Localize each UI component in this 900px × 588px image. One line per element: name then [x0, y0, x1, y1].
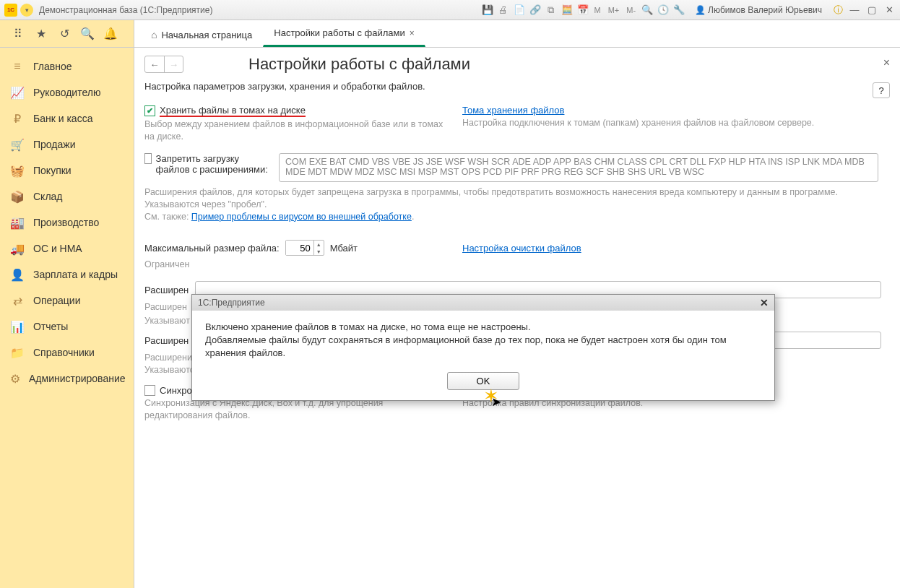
- sidebar-item-admin[interactable]: ⚙Администрирование: [0, 366, 134, 392]
- m-minus-button[interactable]: M-: [625, 6, 637, 14]
- sidebar-item-catalogs[interactable]: 📁Справочники: [0, 340, 134, 366]
- page-intro: Настройка параметров загрузки, хранения …: [144, 81, 890, 92]
- help-button[interactable]: ?: [873, 82, 890, 98]
- nav-buttons: ← →: [144, 56, 183, 73]
- store-in-volumes-checkbox[interactable]: ✔: [144, 105, 155, 116]
- dialog-title-text: 1С:Предприятие: [198, 298, 760, 308]
- bell-icon[interactable]: 🔔: [104, 27, 117, 40]
- spin-up-icon[interactable]: ▲: [314, 241, 324, 248]
- calculator-icon[interactable]: 🧮: [561, 4, 573, 16]
- page-title: Настройки работы с файлами: [248, 55, 470, 74]
- store-in-volumes-label[interactable]: Хранить файлы в томах на диске: [160, 105, 306, 116]
- left-tool-icons: ⠿ ★ ↺ 🔍 🔔: [0, 20, 134, 47]
- factory-icon: 🏭: [10, 216, 25, 229]
- max-size-unit: Мбайт: [330, 243, 358, 254]
- sidebar-item-reports[interactable]: 📊Отчеты: [0, 314, 134, 340]
- ext-label-1: Расширен: [144, 285, 189, 295]
- nav-back-button[interactable]: ←: [145, 56, 164, 72]
- print-icon[interactable]: 🖨: [498, 4, 509, 16]
- m-plus-button[interactable]: M+: [607, 6, 621, 14]
- window-title: Демонстрационная база (1С:Предприятие): [39, 5, 482, 15]
- home-icon: ⌂: [151, 29, 157, 40]
- dialog-titlebar: 1С:Предприятие ✕: [192, 295, 774, 311]
- ruble-icon: ₽: [10, 112, 25, 125]
- chart-line-icon: 📈: [10, 86, 25, 99]
- sidebar-item-sales[interactable]: 🛒Продажи: [0, 131, 134, 157]
- gear-icon: ⚙: [10, 372, 20, 385]
- nav-forward-button[interactable]: →: [164, 56, 183, 72]
- spin-down-icon[interactable]: ▼: [314, 248, 324, 255]
- tab-file-settings[interactable]: Настройки работы с файлами ×: [263, 21, 425, 47]
- calendar-icon[interactable]: 📅: [577, 4, 589, 16]
- star-icon[interactable]: ★: [35, 27, 48, 40]
- max-size-label: Максимальный размер файла:: [144, 243, 280, 254]
- store-in-volumes-hint: Выбор между хранением файлов в информаци…: [144, 118, 448, 143]
- cleanup-link[interactable]: Настройка очистки файлов: [462, 243, 581, 254]
- clock-icon[interactable]: 🕓: [657, 4, 669, 16]
- sidebar: ≡Главное 📈Руководителю ₽Банк и касса 🛒Пр…: [0, 48, 134, 588]
- tab-label: Начальная страница: [161, 30, 252, 40]
- max-size-hint: Ограничен: [144, 259, 890, 271]
- page-close-button[interactable]: ×: [883, 56, 890, 69]
- virus-example-link[interactable]: Пример проблемы с вирусом во внешней обр…: [191, 212, 412, 222]
- compare-icon[interactable]: ⧉: [545, 4, 557, 16]
- page-header: ← → Настройки работы с файлами: [144, 55, 890, 74]
- sidebar-item-bank[interactable]: ₽Банк и касса: [0, 105, 134, 131]
- max-size-field[interactable]: ▲▼: [285, 240, 324, 256]
- volumes-link-hint: Настройка подключения к томам (папкам) х…: [462, 117, 890, 129]
- document-icon[interactable]: 📄: [514, 4, 525, 16]
- dialog-ok-button[interactable]: OK: [447, 372, 519, 390]
- tab-close-icon[interactable]: ×: [410, 28, 415, 38]
- sidebar-item-warehouse[interactable]: 📦Склад: [0, 183, 134, 209]
- warning-dialog: 1С:Предприятие ✕ Включено хранение файло…: [191, 294, 775, 401]
- sidebar-item-production[interactable]: 🏭Производство: [0, 209, 134, 235]
- volumes-link[interactable]: Тома хранения файлов: [462, 105, 564, 116]
- wrench-icon[interactable]: 🔧: [673, 4, 685, 16]
- search-icon[interactable]: 🔍: [81, 27, 94, 40]
- menu-icon: ≡: [10, 60, 25, 73]
- basket-icon: 🧺: [10, 164, 25, 177]
- dialog-close-button[interactable]: ✕: [760, 297, 769, 308]
- sidebar-item-assets[interactable]: 🚚ОС и НМА: [0, 235, 134, 261]
- page-tabs: ⌂ Начальная страница Настройки работы с …: [134, 20, 900, 47]
- close-window-button[interactable]: ✕: [883, 4, 896, 16]
- m-button[interactable]: M: [593, 6, 602, 14]
- ext-label-2: Расширен: [144, 335, 189, 346]
- history-icon[interactable]: ↺: [58, 27, 71, 40]
- ops-icon: ⇄: [10, 294, 25, 307]
- app-logo: 1C: [4, 4, 17, 17]
- sidebar-item-operations[interactable]: ⇄Операции: [0, 287, 134, 314]
- dialog-message: Включено хранение файлов в томах на диск…: [192, 311, 774, 372]
- tab-label: Настройки работы с файлами: [274, 27, 404, 38]
- sync-hint: Синхронизация с Яндекс.Диск, Box и т.д. …: [144, 397, 448, 422]
- truck-icon: 🚚: [10, 242, 25, 255]
- titlebar: 1C ▾ Демонстрационная база (1С:Предприят…: [0, 0, 900, 20]
- apps-icon[interactable]: ⠿: [12, 27, 25, 40]
- username-label[interactable]: 👤Любимов Валерий Юрьевич: [695, 5, 822, 15]
- save-icon[interactable]: 💾: [482, 4, 493, 16]
- forbid-ext-checkbox[interactable]: [144, 153, 152, 164]
- forbid-ext-hint: Расширения файлов, для которых будет зап…: [144, 186, 890, 223]
- minimize-button[interactable]: —: [848, 4, 861, 16]
- zoom-icon[interactable]: 🔍: [641, 4, 653, 16]
- sidebar-item-payroll[interactable]: 👤Зарплата и кадры: [0, 261, 134, 287]
- person-icon: 👤: [10, 268, 25, 281]
- maximize-button[interactable]: ▢: [865, 4, 878, 16]
- info-icon[interactable]: ⓘ: [832, 4, 844, 16]
- sidebar-item-main[interactable]: ≡Главное: [0, 53, 134, 79]
- boxes-icon: 📦: [10, 190, 25, 203]
- sidebar-item-manager[interactable]: 📈Руководителю: [0, 79, 134, 105]
- forbid-ext-field[interactable]: COM EXE BAT CMD VBS VBE JS JSE WSF WSH S…: [279, 153, 878, 182]
- max-size-input[interactable]: [286, 241, 313, 255]
- tab-start-page[interactable]: ⌂ Начальная страница: [140, 22, 263, 47]
- forbid-ext-label[interactable]: Запретить загрузку файлов с расширениями…: [156, 153, 272, 175]
- top-toolbar: ⠿ ★ ↺ 🔍 🔔 ⌂ Начальная страница Настройки…: [0, 20, 900, 48]
- bars-icon: 📊: [10, 320, 25, 333]
- app-menu-dropdown[interactable]: ▾: [20, 4, 33, 17]
- cart-icon: 🛒: [10, 138, 25, 151]
- sidebar-item-purchases[interactable]: 🧺Покупки: [0, 157, 134, 183]
- folder-icon: 📁: [10, 346, 25, 359]
- sync-checkbox[interactable]: [144, 385, 155, 396]
- user-icon: 👤: [695, 5, 706, 15]
- link-icon[interactable]: 🔗: [529, 4, 541, 16]
